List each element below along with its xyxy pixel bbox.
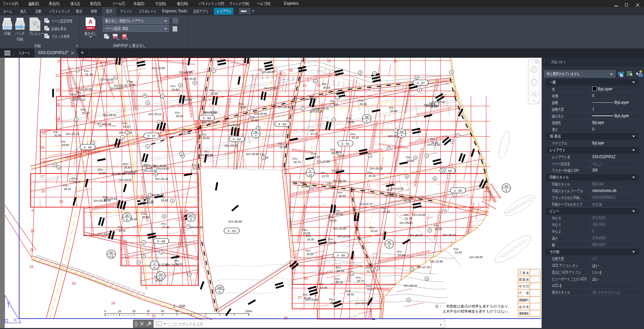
svg-text:3 - 68: 3 - 68 <box>84 145 92 149</box>
svg-text:32.90: 32.90 <box>407 159 414 162</box>
svg-text:FH=: FH= <box>404 214 409 217</box>
svg-text:GH=27.60: GH=27.60 <box>190 226 203 229</box>
svg-text:FH=: FH= <box>238 102 244 106</box>
svg-text:FH=: FH= <box>386 188 392 192</box>
svg-text:50: 50 <box>505 185 508 188</box>
svg-text:FH=: FH= <box>174 259 180 263</box>
svg-text:FH=: FH= <box>346 289 351 293</box>
svg-text:31.10: 31.10 <box>337 154 344 157</box>
svg-text:GH=33.40: GH=33.40 <box>409 234 422 237</box>
svg-text:FH=: FH= <box>306 249 311 252</box>
svg-text:FH=: FH= <box>322 83 327 86</box>
svg-text:24.20: 24.20 <box>367 288 374 291</box>
svg-text:GH=30.00: GH=30.00 <box>254 112 267 115</box>
svg-text:1：500: 1：500 <box>173 304 185 308</box>
svg-text:4: 4 <box>426 277 427 280</box>
svg-text:GH=29.80: GH=29.80 <box>119 178 132 182</box>
svg-text:FH=: FH= <box>430 138 435 141</box>
svg-text:33.40: 33.40 <box>455 251 462 254</box>
svg-text:GH=29.10: GH=29.10 <box>443 233 456 237</box>
svg-text:FH=: FH= <box>369 226 375 229</box>
svg-text:FH=: FH= <box>53 130 58 134</box>
svg-text:25.40: 25.40 <box>176 114 183 118</box>
svg-text:33.10: 33.10 <box>352 136 359 139</box>
svg-text:25.60: 25.60 <box>390 109 398 113</box>
svg-text:FH=: FH= <box>118 226 123 229</box>
svg-text:FH=: FH= <box>77 91 82 94</box>
svg-text:30: 30 <box>146 310 150 313</box>
svg-text:25.00: 25.00 <box>304 296 311 300</box>
svg-text:FH=: FH= <box>335 209 340 213</box>
svg-text:6: 6 <box>255 134 257 138</box>
svg-text:35: 35 <box>125 214 129 217</box>
svg-text:54: 54 <box>159 273 163 276</box>
svg-text:FH=: FH= <box>171 85 176 88</box>
svg-text:GH=32.80: GH=32.80 <box>430 260 443 263</box>
svg-text:3 - 57: 3 - 57 <box>417 81 425 85</box>
svg-text:17: 17 <box>40 175 44 179</box>
svg-text:24.00: 24.00 <box>320 286 327 289</box>
svg-text:2: 2 <box>444 209 445 213</box>
svg-text:25.30: 25.30 <box>368 174 376 178</box>
svg-text:16: 16 <box>40 145 44 149</box>
svg-text:3: 3 <box>258 126 259 129</box>
svg-text:3 - 67: 3 - 67 <box>147 134 155 138</box>
svg-text:FH=: FH= <box>327 182 333 185</box>
svg-text:FH=: FH= <box>123 162 128 166</box>
svg-text:GH=32.00: GH=32.00 <box>124 170 137 173</box>
svg-text:2: 2 <box>189 273 190 276</box>
svg-text:3 - 60: 3 - 60 <box>454 189 462 192</box>
svg-text:2: 2 <box>454 194 455 197</box>
svg-text:33.20: 33.20 <box>370 229 378 233</box>
svg-text:4: 4 <box>415 156 416 159</box>
svg-text:GH=27.10: GH=27.10 <box>66 132 79 136</box>
svg-text:FH=: FH= <box>359 99 364 102</box>
svg-text:2: 2 <box>429 229 430 232</box>
svg-text:2: 2 <box>302 107 304 110</box>
svg-text:4: 4 <box>374 72 375 75</box>
svg-text:3 - 59: 3 - 59 <box>337 253 345 257</box>
svg-text:GH=26.30: GH=26.30 <box>114 84 127 87</box>
svg-text:25.40: 25.40 <box>119 229 126 232</box>
svg-text:FH=: FH= <box>356 276 361 279</box>
svg-text:FH=: FH= <box>145 198 150 201</box>
svg-text:25.60: 25.60 <box>328 185 336 189</box>
svg-text:GH=33.80: GH=33.80 <box>101 78 114 81</box>
svg-text:10: 10 <box>394 59 398 63</box>
svg-text:1: 1 <box>43 160 45 164</box>
svg-text:4: 4 <box>144 94 145 97</box>
svg-text:FH=: FH= <box>182 128 188 131</box>
svg-text:2: 2 <box>141 199 143 202</box>
svg-text:4: 4 <box>395 129 397 132</box>
svg-text:FH=: FH= <box>175 111 180 114</box>
svg-text:GH=28.00: GH=28.00 <box>227 124 240 127</box>
svg-text:尺 度: 尺 度 <box>519 291 529 295</box>
svg-text:230: 230 <box>217 286 222 289</box>
svg-text:FH=: FH= <box>84 69 89 73</box>
svg-text:FH=: FH= <box>127 80 133 83</box>
svg-text:FH=: FH= <box>81 108 86 111</box>
svg-text:FH=: FH= <box>335 277 340 281</box>
svg-text:工 事 名: 工 事 名 <box>519 271 529 275</box>
svg-text:4: 4 <box>335 90 337 93</box>
svg-text:26.40: 26.40 <box>347 293 354 296</box>
svg-text:GH=23.90: GH=23.90 <box>152 66 165 70</box>
svg-text:FH=: FH= <box>367 171 373 174</box>
svg-text:3: 3 <box>158 121 160 124</box>
svg-text:FH=: FH= <box>336 150 341 154</box>
svg-text:GH=26.90: GH=26.90 <box>262 70 275 74</box>
svg-text:GH=29.40: GH=29.40 <box>225 144 238 147</box>
svg-text:27.50: 27.50 <box>302 185 309 188</box>
svg-text:31.70: 31.70 <box>405 217 412 220</box>
svg-text:4: 4 <box>219 290 220 293</box>
svg-text:25.60: 25.60 <box>202 136 210 140</box>
svg-text:4: 4 <box>147 101 148 104</box>
svg-text:GH=32.50: GH=32.50 <box>179 98 192 101</box>
svg-text:注： 本図面は書式の標準を表すものであり、: 注： 本図面は書式の標準を表すものであり、 <box>435 304 512 308</box>
svg-text:30.30: 30.30 <box>336 281 343 284</box>
svg-text:3: 3 <box>352 272 353 275</box>
svg-text:36: 36 <box>254 130 258 134</box>
svg-text:4.5: 4.5 <box>109 255 113 258</box>
svg-text:GH=24.90: GH=24.90 <box>337 235 350 238</box>
svg-text:1: 1 <box>147 145 148 148</box>
